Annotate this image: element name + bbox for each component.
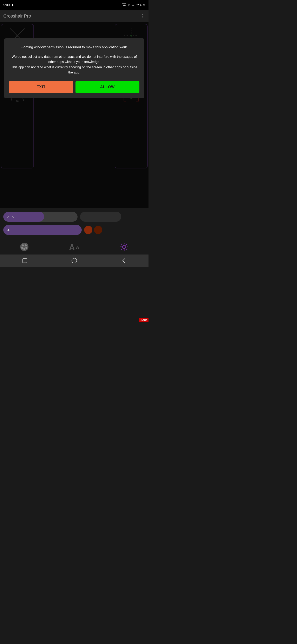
- color-knob[interactable]: [84, 226, 92, 234]
- exit-button[interactable]: EXIT: [9, 81, 73, 93]
- nav-recent-button[interactable]: [18, 256, 31, 265]
- svg-point-29: [122, 245, 126, 248]
- status-right: Vo ▼ ▲ 52% ⊕: [122, 4, 145, 7]
- opacity-slider[interactable]: ▲: [3, 225, 82, 235]
- size-button[interactable]: A A: [68, 242, 80, 252]
- palette-button[interactable]: [19, 242, 29, 252]
- svg-line-37: [121, 249, 122, 250]
- dialog-overlay: Floating window permission is required t…: [0, 22, 148, 208]
- allow-button[interactable]: ALLOW: [75, 81, 139, 93]
- size-slider[interactable]: ⤢ ⤡: [3, 212, 77, 222]
- bottom-controls: ⤢ ⤡ ▲: [0, 208, 148, 239]
- nav-back-button[interactable]: [118, 256, 130, 265]
- menu-button[interactable]: ⋮: [140, 13, 145, 19]
- settings-button[interactable]: [119, 242, 129, 252]
- svg-point-25: [25, 247, 27, 249]
- svg-text:A: A: [69, 243, 75, 252]
- watermark: 乐吾网: [139, 318, 148, 322]
- signal-icon: ▲: [132, 4, 134, 7]
- battery-icon: ⊕: [143, 4, 145, 7]
- svg-point-39: [72, 258, 77, 263]
- expand-icon2: ⤡: [11, 214, 15, 219]
- slider-row-1: ⤢ ⤡: [3, 212, 145, 222]
- color-knob-dark[interactable]: [94, 226, 102, 234]
- volte-icon: Vo: [122, 4, 126, 7]
- svg-rect-38: [23, 259, 27, 263]
- nav-home-button[interactable]: [68, 256, 80, 265]
- slider-row-2: ▲: [3, 225, 145, 235]
- app-title: Crosshair Pro: [3, 14, 31, 19]
- wifi-icon: ▼: [127, 4, 130, 7]
- svg-text:A: A: [76, 245, 79, 250]
- download-icon: ⬇: [11, 3, 14, 7]
- svg-point-26: [23, 248, 25, 250]
- svg-line-35: [126, 249, 127, 250]
- app-bar: Crosshair Pro ⋮: [0, 10, 148, 22]
- dialog-primary-text: Floating window permission is required t…: [21, 44, 128, 50]
- opacity-icon: ▲: [6, 227, 11, 232]
- dialog-box: Floating window permission is required t…: [4, 38, 144, 98]
- svg-line-36: [126, 244, 127, 245]
- size-slider-knob-area: [80, 212, 121, 222]
- svg-point-22: [22, 244, 24, 246]
- dialog-secondary-text: We do not collect any data from other ap…: [9, 54, 139, 75]
- bottom-toolbar: A A: [0, 239, 148, 254]
- expand-icon: ⤢: [6, 214, 10, 219]
- svg-line-34: [121, 244, 122, 245]
- svg-point-24: [21, 247, 23, 249]
- status-bar: 5:00 ⬇ Vo ▼ ▲ 52% ⊕: [0, 0, 148, 10]
- battery-text: 52%: [136, 4, 141, 7]
- dialog-buttons: EXIT ALLOW: [9, 81, 139, 93]
- time: 5:00: [3, 3, 10, 7]
- main-content: Floating window permission is required t…: [0, 22, 148, 208]
- size-slider-fill: ⤢ ⤡: [3, 212, 44, 222]
- color-knob-area: [84, 226, 102, 234]
- svg-point-23: [25, 244, 27, 246]
- nav-bar: [0, 254, 148, 267]
- opacity-slider-fill: ▲: [3, 225, 82, 235]
- status-left: 5:00 ⬇: [3, 3, 14, 7]
